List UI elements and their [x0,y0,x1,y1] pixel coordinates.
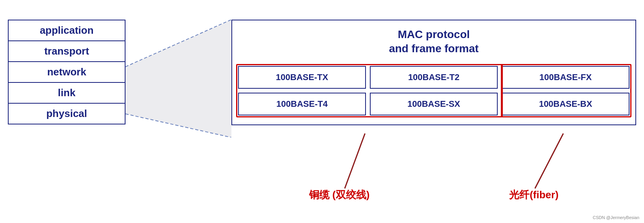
main-container: application transport network link physi… [8,8,636,215]
layer-physical: physical [9,104,125,124]
red-border-copper [236,64,503,117]
svg-marker-2 [126,20,231,137]
bottom-labels: 铜缆 (双绞线) 光纤(fiber) [231,133,636,202]
fiber-label-group: 光纤(fiber) [509,188,558,202]
layer-transport: transport [9,41,125,62]
layer-network: network [9,62,125,83]
mac-title-line2: and frame format [389,42,479,55]
copper-label: 铜缆 (双绞线) [309,189,370,201]
base-grid: 100BASE-TX 100BASE-T2 100BASE-FX 100BASE… [232,60,635,124]
red-border-fiber [501,64,631,117]
osi-stack: application transport network link physi… [8,20,126,124]
mac-header: MAC protocol and frame format [232,20,635,60]
layer-link: link [9,83,125,104]
copper-label-group: 铜缆 (双绞线) [309,188,370,202]
mac-title-line1: MAC protocol [398,28,470,40]
fiber-label: 光纤(fiber) [509,189,558,201]
layer-application: application [9,20,125,41]
trapezoid-connector [126,20,231,137]
watermark: CSDN @JermeryBesian [593,215,639,220]
mac-protocol-box: MAC protocol and frame format 100BASE-TX… [231,20,636,125]
